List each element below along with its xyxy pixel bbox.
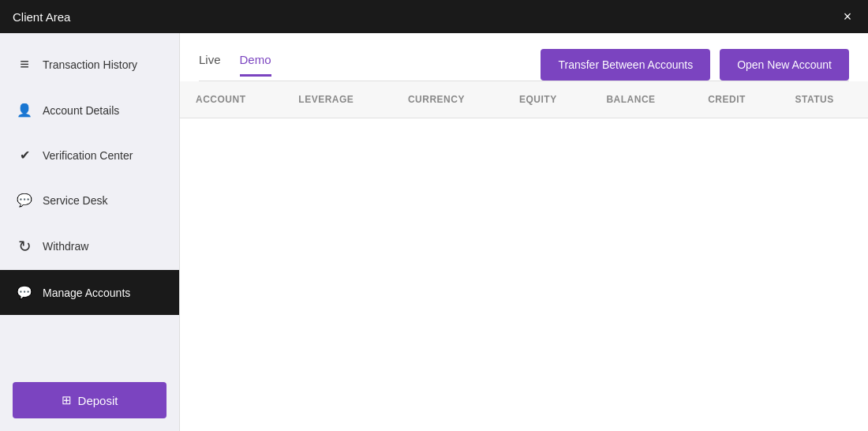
sidebar-item-label: Transaction History — [43, 58, 137, 71]
modal-window: Client Area × Transaction History Accoun… — [0, 0, 868, 431]
content-area: Live Demo Transfer Between Accounts Open… — [180, 33, 868, 431]
refresh-icon — [16, 237, 33, 256]
header-buttons: Transfer Between Accounts Open New Accou… — [541, 49, 849, 81]
deposit-icon: ⊞ — [62, 393, 72, 407]
sidebar-item-verification-center[interactable]: Verification Center — [0, 133, 179, 178]
col-currency: CURRENCY — [392, 81, 503, 118]
transfer-button[interactable]: Transfer Between Accounts — [541, 49, 710, 81]
titlebar: Client Area × — [0, 0, 868, 33]
tab-demo[interactable]: Demo — [240, 53, 271, 77]
chat-icon — [16, 192, 33, 208]
sidebar-spacer — [0, 315, 179, 369]
lines-icon — [16, 55, 33, 73]
col-equity: EQUITY — [503, 81, 590, 118]
sidebar-item-transaction-history[interactable]: Transaction History — [0, 41, 179, 88]
manage-icon — [16, 284, 33, 301]
close-button[interactable]: × — [840, 9, 855, 24]
sidebar-item-label: Withdraw — [43, 240, 88, 253]
person-icon — [16, 102, 33, 118]
accounts-table: ACCOUNT LEVERAGE CURRENCY EQUITY BALANCE… — [180, 81, 868, 118]
deposit-button[interactable]: ⊞ Deposit — [13, 382, 166, 418]
app-title: Client Area — [13, 10, 70, 24]
content-header: Live Demo Transfer Between Accounts Open… — [180, 33, 868, 81]
sidebar-item-withdraw[interactable]: Withdraw — [0, 223, 179, 270]
table-header-row: ACCOUNT LEVERAGE CURRENCY EQUITY BALANCE… — [180, 81, 868, 118]
check-icon — [16, 147, 33, 163]
tab-live[interactable]: Live — [199, 53, 221, 77]
sidebar-item-label: Account Details — [43, 104, 119, 117]
col-status: STATUS — [780, 81, 868, 118]
sidebar-item-label: Service Desk — [43, 194, 107, 207]
table-container: ACCOUNT LEVERAGE CURRENCY EQUITY BALANCE… — [180, 81, 868, 431]
sidebar-item-manage-accounts[interactable]: Manage Accounts — [0, 270, 179, 315]
col-account: ACCOUNT — [180, 81, 282, 118]
tabs-container: Live Demo — [199, 53, 271, 77]
sidebar-item-label: Manage Accounts — [43, 287, 130, 299]
open-new-account-button[interactable]: Open New Account — [720, 49, 849, 81]
sidebar-item-account-details[interactable]: Account Details — [0, 88, 179, 133]
main-content: Transaction History Account Details Veri… — [0, 33, 868, 431]
col-balance: BALANCE — [590, 81, 692, 118]
deposit-btn-container: ⊞ Deposit — [0, 369, 179, 431]
deposit-label: Deposit — [78, 394, 118, 407]
col-credit: CREDIT — [692, 81, 779, 118]
sidebar-item-label: Verification Center — [43, 149, 133, 162]
sidebar: Transaction History Account Details Veri… — [0, 33, 180, 431]
sidebar-item-service-desk[interactable]: Service Desk — [0, 178, 179, 223]
col-leverage: LEVERAGE — [282, 81, 392, 118]
